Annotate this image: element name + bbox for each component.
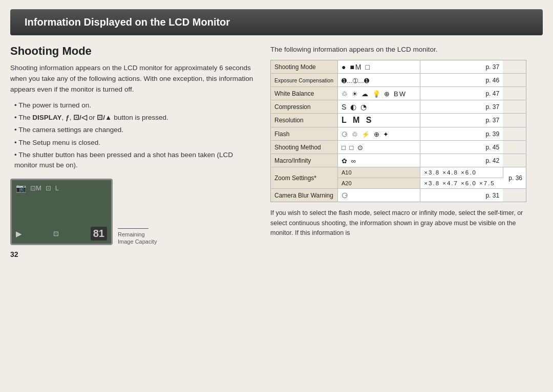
- label-compression: Compression: [271, 100, 338, 114]
- list-item: The Setup menu is closed.: [14, 138, 256, 148]
- remaining-image-label-area: Remaining Image Capacity: [118, 228, 159, 246]
- zoom-values-a10: ×3.8 ×4.8 ×6.0: [420, 167, 503, 178]
- zoom-model-a20: A20: [338, 178, 420, 189]
- left-column: Shooting Mode Shooting information appea…: [10, 45, 256, 383]
- bold-display: DISPLAY: [32, 114, 61, 121]
- icons-white-balance: ♲ ☀ ☁ 💡 ⊕ BW: [338, 87, 420, 100]
- main-content: Shooting Mode Shooting information appea…: [0, 35, 553, 392]
- lcd-icon-s: ⊡: [46, 184, 51, 192]
- table-row-exposure: Exposure Compensation ➊…➀…➊ p. 46: [271, 74, 526, 87]
- icons-camera-blur: ⚆: [338, 189, 420, 202]
- page-macro: p. 42: [420, 154, 503, 167]
- page-resolution: p. 37: [420, 114, 503, 127]
- list-item: The camera settings are changed.: [14, 125, 256, 135]
- bold-icon2: ⊡/▲: [97, 114, 112, 121]
- table-row-macro: Macro/Infinity ✿ ∞ p. 42: [271, 154, 526, 167]
- lcd-icon-camera: 📷: [16, 183, 26, 193]
- table-row-zoom-a10: Zoom Settings* A10 ×3.8 ×4.8 ×6.0 p. 36: [271, 167, 526, 178]
- list-item: The DISPLAY, ƒ, ⊡/◁ or ⊡/▲ button is pre…: [14, 113, 256, 123]
- page-container: Information Displayed on the LCD Monitor…: [0, 0, 553, 392]
- list-item: The power is turned on.: [14, 100, 256, 111]
- page-shooting-method: p. 45: [420, 141, 503, 154]
- info-table: Shooting Mode ● ■M □ p. 37 Exposure Comp…: [270, 60, 526, 202]
- label-shooting-mode: Shooting Mode: [271, 60, 338, 74]
- table-row-camera-blur: Camera Blur Warning ⚆ p. 31: [271, 189, 526, 202]
- icons-shooting-method: □ □ ⊙: [338, 141, 420, 154]
- label-exposure: Exposure Compensation: [271, 74, 338, 87]
- page-zoom: p. 36: [503, 167, 526, 189]
- label-shooting-method: Shooting Method: [271, 141, 338, 154]
- table-row-shooting-method: Shooting Method □ □ ⊙ p. 45: [271, 141, 526, 154]
- label-macro: Macro/Infinity: [271, 154, 338, 167]
- lcd-grid-icon: ⊡: [53, 230, 59, 237]
- lcd-play-icon: ▶: [16, 229, 22, 238]
- zoom-values-a20: ×3.8 ×4.7 ×6.0 ×7.5: [420, 178, 503, 189]
- bottom-text: If you wish to select the flash mode, se…: [270, 208, 526, 238]
- bold-icon1: ⊡/◁: [73, 114, 87, 121]
- icons-exposure: ➊…➀…➊: [338, 74, 420, 87]
- icons-compression: S ◐ ◔: [338, 100, 420, 114]
- right-column: The following information appears on the…: [270, 45, 526, 383]
- zoom-model-a10: A10: [338, 167, 420, 178]
- lcd-screen: 📷 ⊡M ⊡ L ▶ ⊡ 81: [10, 179, 113, 245]
- bold-flash: ƒ: [66, 114, 70, 121]
- right-intro-text: The following information appears on the…: [270, 45, 526, 55]
- icons-flash: ⚆ ♲ ⚡ ⊕ ✦: [338, 127, 420, 141]
- page-shooting-mode: p. 37: [420, 60, 503, 74]
- lcd-bottom-row: ▶ ⊡ 81: [16, 227, 107, 241]
- page-white-balance: p. 47: [420, 87, 503, 100]
- lcd-top-row: 📷 ⊡M ⊡ L: [16, 183, 107, 193]
- label-camera-blur: Camera Blur Warning: [271, 189, 338, 202]
- list-item: The shutter button has been pressed and …: [14, 150, 256, 171]
- section-body: Shooting information appears on the LCD …: [10, 63, 256, 170]
- label-resolution: Resolution: [271, 114, 338, 127]
- lcd-screen-area: 📷 ⊡M ⊡ L ▶ ⊡ 81 Remaining Image Capacity: [10, 179, 256, 245]
- table-row-resolution: Resolution L M S p. 37: [271, 114, 526, 127]
- lcd-icon-m: ⊡M: [30, 184, 41, 192]
- table-row-compression: Compression S ◐ ◔ p. 37: [271, 100, 526, 114]
- page-compression: p. 37: [420, 100, 503, 114]
- lcd-icon-l: L: [55, 184, 59, 192]
- page-camera-blur: p. 31: [420, 189, 503, 202]
- remaining-label: Remaining Image Capacity: [118, 231, 159, 246]
- page-header: Information Displayed on the LCD Monitor: [10, 9, 543, 35]
- page-exposure: p. 46: [420, 74, 503, 87]
- page-flash: p. 39: [420, 127, 503, 141]
- icons-shooting-mode: ● ■M □: [338, 60, 420, 74]
- icons-macro: ✿ ∞: [338, 154, 420, 167]
- table-row-flash: Flash ⚆ ♲ ⚡ ⊕ ✦ p. 39: [271, 127, 526, 141]
- table-row-shooting-mode: Shooting Mode ● ■M □ p. 37: [271, 60, 526, 74]
- label-flash: Flash: [271, 127, 338, 141]
- label-white-balance: White Balance: [271, 87, 338, 100]
- bullet-list: The power is turned on. The DISPLAY, ƒ, …: [14, 100, 256, 171]
- table-row-white-balance: White Balance ♲ ☀ ☁ 💡 ⊕ BW p. 47: [271, 87, 526, 100]
- label-zoom: Zoom Settings*: [271, 167, 338, 189]
- intro-text: Shooting information appears on the LCD …: [10, 64, 253, 93]
- page-number: 32: [10, 250, 256, 258]
- header-title: Information Displayed on the LCD Monitor: [25, 16, 230, 28]
- icons-resolution: L M S: [338, 114, 420, 127]
- section-title: Shooting Mode: [10, 45, 256, 58]
- lcd-capacity-number: 81: [91, 227, 107, 241]
